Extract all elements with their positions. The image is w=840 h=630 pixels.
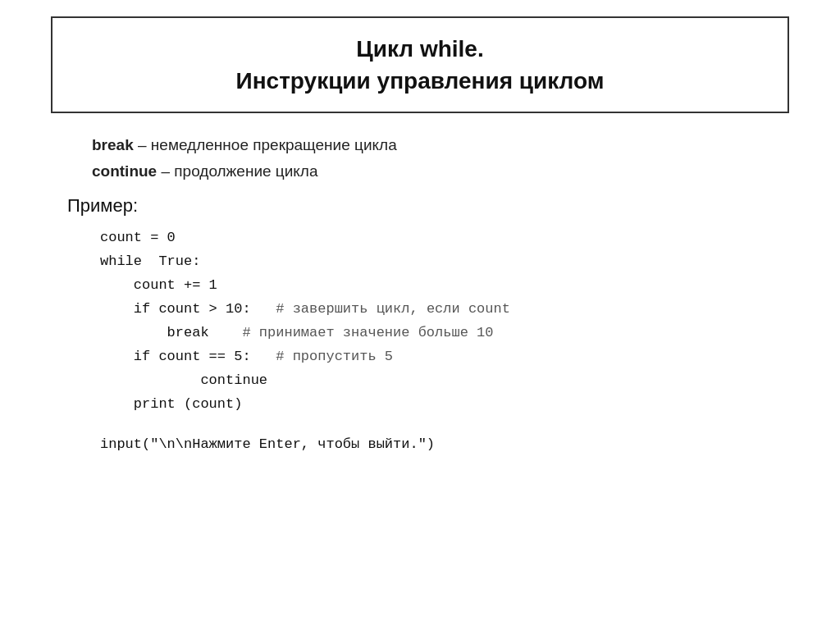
code-comment-6: # пропустить 5 <box>276 349 393 364</box>
page-title: Цикл while. Инструкции управления циклом <box>77 33 763 97</box>
code-line-5: break # принимает значение больше 10 <box>100 322 789 345</box>
break-definition: break – немедленное прекращение цикла <box>92 136 789 154</box>
continue-definition: continue – продолжение цикла <box>92 162 789 180</box>
break-keyword: break <box>92 136 134 153</box>
break-description: – немедленное прекращение цикла <box>134 136 397 153</box>
code-line-3: count += 1 <box>100 274 789 298</box>
code-line-7: continue <box>100 369 789 393</box>
code-block: count = 0 while True: count += 1 if coun… <box>51 226 789 416</box>
code-line-6: if count == 5: # пропустить 5 <box>100 345 789 369</box>
code-line-8: print (count) <box>100 393 789 417</box>
code-comment-5: # принимает значение больше 10 <box>242 325 493 340</box>
continue-keyword: continue <box>92 162 157 180</box>
page: Цикл while. Инструкции управления циклом… <box>51 16 789 452</box>
definitions-section: break – немедленное прекращение цикла co… <box>51 136 789 180</box>
code-comment-4: # завершить цикл, если count <box>276 301 510 317</box>
code-line-2: while True: <box>100 250 789 274</box>
continue-description: – продолжение цикла <box>157 162 317 180</box>
code-line-4: if count > 10: # завершить цикл, если co… <box>100 298 789 322</box>
code-line-1: count = 0 <box>100 226 789 250</box>
title-box: Цикл while. Инструкции управления циклом <box>51 16 789 113</box>
example-label: Пример: <box>51 195 789 217</box>
footer-code: input("\n\nНажмите Enter, чтобы выйти.") <box>51 436 789 452</box>
